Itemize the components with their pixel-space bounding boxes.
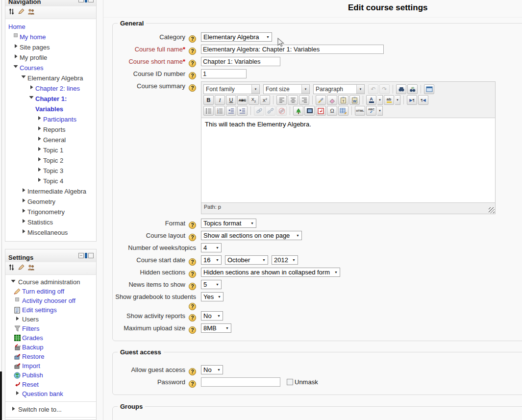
help-icon[interactable]: ? — [189, 35, 196, 43]
course-layout-select[interactable]: Show all sections on one page▼ — [201, 231, 302, 240]
tree-item-participants[interactable]: Participants — [8, 114, 95, 124]
align-center-icon[interactable] — [288, 95, 298, 105]
bullet-list-icon[interactable] — [203, 106, 214, 116]
help-icon[interactable]: ? — [189, 234, 196, 241]
help-icon[interactable]: ? — [189, 314, 196, 321]
editor-dropdown-font-family[interactable]: Font family▼ — [203, 84, 260, 94]
tree-item-filters[interactable]: Filters — [8, 324, 95, 333]
outdent-icon[interactable] — [226, 106, 236, 116]
tree-item-turn-editing-off[interactable]: Turn editing off — [8, 287, 95, 296]
tree-item-geometry[interactable]: Geometry — [8, 197, 95, 207]
chevron-down-icon[interactable]: ▼ — [395, 95, 400, 105]
redo-icon[interactable]: ↷ — [379, 84, 390, 94]
tree-item-topic-1[interactable]: Topic 1 — [8, 145, 95, 155]
course-start-date-select[interactable]: 16▼ — [201, 255, 222, 265]
editor-dropdown-paragraph[interactable]: Paragraph▼ — [313, 84, 365, 94]
insert-image-icon[interactable] — [293, 106, 303, 116]
help-icon[interactable]: ? — [189, 60, 196, 67]
unlink-icon[interactable] — [265, 106, 275, 116]
course-start-date-select[interactable]: October▼ — [225, 255, 268, 265]
tree-item-reset[interactable]: Reset — [8, 380, 95, 389]
help-icon[interactable]: ? — [189, 326, 196, 334]
help-icon[interactable]: ? — [189, 72, 196, 79]
find-replace-icon[interactable]: ab — [407, 84, 418, 94]
fullscreen-icon[interactable] — [424, 84, 434, 94]
tree-item-my-profile[interactable]: My profile — [8, 52, 95, 63]
help-icon[interactable]: ? — [189, 84, 196, 92]
rtl-icon[interactable]: ¶◀ — [418, 95, 428, 105]
tree-item-site-pages[interactable]: Site pages — [8, 42, 95, 52]
tree-item-topic-3[interactable]: Topic 3 — [8, 166, 95, 176]
course-id-number-input[interactable] — [201, 69, 247, 78]
subscript-icon[interactable]: X2 — [249, 95, 259, 105]
dock-icon[interactable] — [88, 0, 94, 2]
help-icon[interactable]: ? — [189, 271, 196, 278]
html-code-icon[interactable]: HTML — [355, 106, 365, 116]
edit-icon[interactable] — [18, 8, 25, 17]
tree-item-import[interactable]: Import — [8, 361, 95, 371]
superscript-icon[interactable]: X2 — [260, 95, 270, 105]
insert-table-icon[interactable] — [338, 106, 348, 116]
news-items-to-show-select[interactable]: 5▼ — [201, 280, 222, 289]
paste-text-icon[interactable]: T — [338, 95, 348, 105]
help-icon[interactable]: ? — [189, 303, 196, 310]
format-painter-icon[interactable] — [316, 95, 326, 105]
insert-media-icon[interactable] — [304, 106, 315, 116]
align-right-icon[interactable] — [299, 95, 309, 105]
prevent-autolink-icon[interactable] — [276, 106, 287, 116]
tree-item-restore[interactable]: Restore — [8, 352, 95, 361]
numbered-list-icon[interactable]: 123 — [215, 106, 225, 116]
indent-icon[interactable] — [237, 106, 248, 116]
maximum-upload-size-select[interactable]: 8MB▼ — [201, 323, 231, 333]
roles-icon[interactable] — [27, 264, 35, 272]
edit-icon[interactable] — [18, 264, 25, 272]
tree-item-statistics[interactable]: Statistics — [8, 217, 95, 227]
format-select[interactable]: Topics format▼ — [201, 219, 256, 228]
help-icon[interactable]: ? — [189, 222, 196, 229]
tree-item-courses[interactable]: Courses — [8, 63, 95, 73]
tree-item-general[interactable]: General — [8, 135, 95, 145]
bold-icon[interactable]: B — [203, 95, 214, 105]
highlight-color-icon[interactable]: ab — [384, 95, 394, 105]
move-icon[interactable] — [8, 264, 15, 272]
tree-item-elementary-algebra[interactable]: Elementary Algebra — [8, 73, 95, 83]
tree-item-intermediate-algebra[interactable]: Intermediate Algebra — [8, 186, 95, 197]
tree-item-publish[interactable]: Publish — [8, 371, 95, 380]
tree-item-backup[interactable]: Backup — [8, 343, 95, 352]
tree-item-miscellaneous[interactable]: Miscellaneous — [8, 227, 95, 238]
find-icon[interactable] — [396, 84, 406, 94]
course-start-date-select[interactable]: 2012▼ — [272, 255, 298, 265]
chevron-down-icon[interactable]: ▼ — [377, 106, 383, 116]
tree-item-trigonometry[interactable]: Trigonometry — [8, 207, 95, 217]
undo-icon[interactable]: ↶ — [368, 84, 378, 94]
underline-icon[interactable]: U — [226, 95, 236, 105]
tree-item-topic-4[interactable]: Topic 4 — [8, 176, 95, 186]
unmask-checkbox[interactable] — [287, 379, 293, 385]
move-icon[interactable] — [8, 8, 15, 17]
help-icon[interactable]: ? — [189, 48, 196, 55]
dock-icon[interactable] — [88, 253, 94, 258]
hidden-sections-select[interactable]: Hidden sections are shown in collapsed f… — [201, 268, 340, 277]
number-of-weeks-topics-select[interactable]: 4▼ — [201, 243, 222, 252]
help-icon[interactable]: ? — [189, 380, 196, 388]
help-icon[interactable]: ? — [189, 368, 196, 375]
course-full-name-input[interactable] — [201, 45, 384, 54]
tree-item-chapter-2-lines[interactable]: Chapter 2: lines — [8, 83, 95, 94]
dock-icon[interactable] — [85, 0, 87, 2]
italic-icon[interactable]: I — [215, 95, 225, 105]
align-left-icon[interactable] — [276, 95, 287, 105]
tree-item-reports[interactable]: Reports — [8, 124, 95, 135]
collapse-icon[interactable]: − — [78, 253, 84, 258]
nonbreaking-icon[interactable] — [316, 106, 326, 116]
tree-item-question-bank[interactable]: Question bank — [8, 389, 95, 398]
category-select[interactable]: Elementary Algebra▼ — [201, 32, 272, 42]
help-icon[interactable]: ? — [189, 283, 196, 290]
paste-word-icon[interactable]: W — [349, 95, 360, 105]
tree-item-grades[interactable]: Grades — [8, 333, 95, 343]
tree-item-home[interactable]: Home — [8, 22, 95, 32]
show-activity-reports-select[interactable]: No▼ — [201, 311, 223, 321]
course-short-name-input[interactable] — [201, 57, 280, 66]
editor-content-area[interactable]: This will teach the Elementry Algebra. — [201, 118, 495, 202]
editor-dropdown-font-size[interactable]: Font size▼ — [263, 84, 310, 94]
strikethrough-icon[interactable]: ABC — [237, 95, 248, 105]
